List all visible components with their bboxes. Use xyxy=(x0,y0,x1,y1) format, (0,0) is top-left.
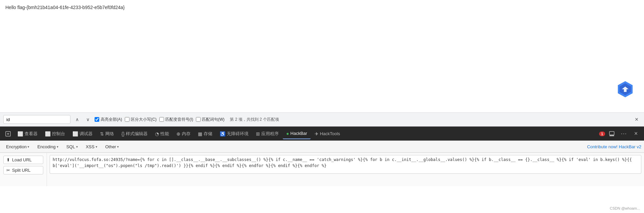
network-icon: ⇅ xyxy=(100,131,104,137)
load-url-button[interactable]: ⬆ Load URL xyxy=(3,156,43,164)
encoding-arrow-icon: ▾ xyxy=(57,145,58,149)
other-menu-button[interactable]: Other ▾ xyxy=(102,143,122,150)
tab-network[interactable]: ⇅ 网络 xyxy=(97,128,117,139)
xss-label: XSS xyxy=(86,144,95,149)
more-dots-icon: ··· xyxy=(621,130,627,137)
sql-menu-button[interactable]: SQL ▾ xyxy=(63,143,81,150)
tab-debugger-label: 调试器 xyxy=(79,131,93,137)
page-main-text: Hello flag-{bmh21b41a04-61fe-4233-b952-e… xyxy=(5,5,125,10)
devtools-more-button[interactable]: ··· xyxy=(619,128,629,139)
tab-debugger[interactable]: ⬜ 调试器 xyxy=(69,128,96,139)
tab-application-label: 应用程序 xyxy=(261,131,279,137)
console-icon: ⬜ xyxy=(45,131,51,137)
diacritics-text: 匹配变音符号(I) xyxy=(165,117,193,122)
match-count-text: 第 2 项，共找到 2 个匹配项 xyxy=(230,117,279,122)
debugger-icon: ⬜ xyxy=(72,131,78,137)
tab-storage-label: 存储 xyxy=(204,131,212,137)
encoding-label: Encoding xyxy=(37,144,55,149)
find-next-button[interactable]: ∨ xyxy=(84,115,92,123)
case-sensitive-checkbox[interactable] xyxy=(125,117,129,122)
tab-memory[interactable]: ⊕ 内存 xyxy=(173,128,194,139)
find-input[interactable] xyxy=(3,115,70,124)
sql-arrow-icon: ▾ xyxy=(76,145,78,149)
split-url-button[interactable]: ✂ Split URL xyxy=(3,166,43,174)
load-url-icon: ⬆ xyxy=(6,157,10,162)
hacktools-icon: ✈ xyxy=(315,131,319,137)
tab-hackbar[interactable]: ● HackBar xyxy=(283,128,310,139)
tab-hacktools[interactable]: ✈ HackTools xyxy=(311,128,343,139)
encryption-label: Encryption xyxy=(6,144,26,149)
whole-word-text: 匹配词句(W) xyxy=(202,117,224,122)
tab-storage[interactable]: ▦ 存储 xyxy=(195,128,216,139)
url-input[interactable] xyxy=(50,155,641,174)
diacritics-checkbox[interactable] xyxy=(159,117,164,122)
tab-hacktools-label: HackTools xyxy=(320,131,340,136)
devtools-bar: ⬜ 查看器 ⬜ 控制台 ⬜ 调试器 ⇅ 网络 {} 样式编辑器 ◔ 性能 ⊕ 内… xyxy=(0,126,644,141)
other-arrow-icon: ▾ xyxy=(117,145,119,149)
find-prev-button[interactable]: ∧ xyxy=(73,115,81,123)
highlight-all-label[interactable]: 高亮全部(A) xyxy=(95,117,122,122)
tab-performance[interactable]: ◔ 性能 xyxy=(152,128,172,139)
sql-label: SQL xyxy=(66,144,75,149)
highlight-all-text: 高亮全部(A) xyxy=(101,117,122,122)
highlight-all-checkbox[interactable] xyxy=(95,117,99,122)
svg-rect-4 xyxy=(609,135,614,136)
tab-style-editor-label: 样式编辑器 xyxy=(126,131,148,137)
svg-rect-3 xyxy=(609,131,614,135)
style-editor-icon: {} xyxy=(121,131,124,137)
contribute-text: Contribute now! HackBar v2 xyxy=(587,144,641,149)
diacritics-label[interactable]: 匹配变音符号(I) xyxy=(159,117,193,122)
hackbar-extension-icon xyxy=(616,81,634,98)
inspector-icon: ⬜ xyxy=(17,131,23,137)
tab-network-label: 网络 xyxy=(105,131,114,137)
performance-icon: ◔ xyxy=(155,131,159,137)
hackbar-url-area: ⬆ Load URL ✂ Split URL xyxy=(0,153,644,186)
devtools-dock-button[interactable] xyxy=(606,128,617,139)
devtools-close-button[interactable]: × xyxy=(631,128,641,139)
encryption-arrow-icon: ▾ xyxy=(28,145,29,149)
watermark: CSDN @whoam... xyxy=(610,206,640,210)
devtools-inspector-icon-btn[interactable] xyxy=(3,128,13,139)
xss-menu-button[interactable]: XSS ▾ xyxy=(83,143,101,150)
tab-memory-label: 内存 xyxy=(182,131,191,137)
memory-icon: ⊕ xyxy=(176,131,180,137)
tab-performance-label: 性能 xyxy=(160,131,169,137)
tab-hackbar-label: HackBar xyxy=(290,131,307,136)
tab-application[interactable]: ⊞ 应用程序 xyxy=(253,128,282,139)
storage-icon: ▦ xyxy=(198,131,202,137)
split-url-label: Split URL xyxy=(12,168,31,173)
split-url-icon: ✂ xyxy=(6,168,10,173)
case-sensitive-text: 区分大小写(C) xyxy=(131,117,157,122)
whole-word-checkbox[interactable] xyxy=(196,117,201,122)
hackbar-toolbar: Encryption ▾ Encoding ▾ SQL ▾ XSS ▾ Othe… xyxy=(0,141,644,153)
load-url-label: Load URL xyxy=(12,157,32,162)
find-bar: ∧ ∨ 高亮全部(A) 区分大小写(C) 匹配变音符号(I) 匹配词句(W) 第… xyxy=(0,112,644,126)
tab-inspector[interactable]: ⬜ 查看器 xyxy=(14,128,41,139)
tab-console-label: 控制台 xyxy=(52,131,65,137)
hackbar-dot-icon: ● xyxy=(286,131,289,136)
whole-word-label[interactable]: 匹配词句(W) xyxy=(196,117,224,122)
xss-arrow-icon: ▾ xyxy=(96,145,97,149)
tab-style-editor[interactable]: {} 样式编辑器 xyxy=(118,128,151,139)
tab-console[interactable]: ⬜ 控制台 xyxy=(42,128,68,139)
close-icon: × xyxy=(634,130,638,137)
encoding-menu-button[interactable]: Encoding ▾ xyxy=(34,143,61,150)
error-badge: 1 xyxy=(599,131,605,136)
extension-icon-container xyxy=(616,81,634,98)
encryption-menu-button[interactable]: Encryption ▾ xyxy=(3,143,33,150)
find-close-button[interactable]: × xyxy=(633,115,641,123)
application-icon: ⊞ xyxy=(256,131,260,137)
tab-accessibility[interactable]: ♿ 无障碍环境 xyxy=(216,128,252,139)
other-label: Other xyxy=(105,144,116,149)
case-sensitive-label[interactable]: 区分大小写(C) xyxy=(125,117,157,122)
devtools-right-area: 1 ··· × xyxy=(599,128,641,139)
hackbar-url-input-area xyxy=(47,153,644,186)
tab-accessibility-label: 无障碍环境 xyxy=(227,131,249,137)
tab-inspector-label: 查看器 xyxy=(24,131,38,137)
hackbar-left-buttons: ⬆ Load URL ✂ Split URL xyxy=(0,153,47,186)
accessibility-icon: ♿ xyxy=(220,131,225,137)
